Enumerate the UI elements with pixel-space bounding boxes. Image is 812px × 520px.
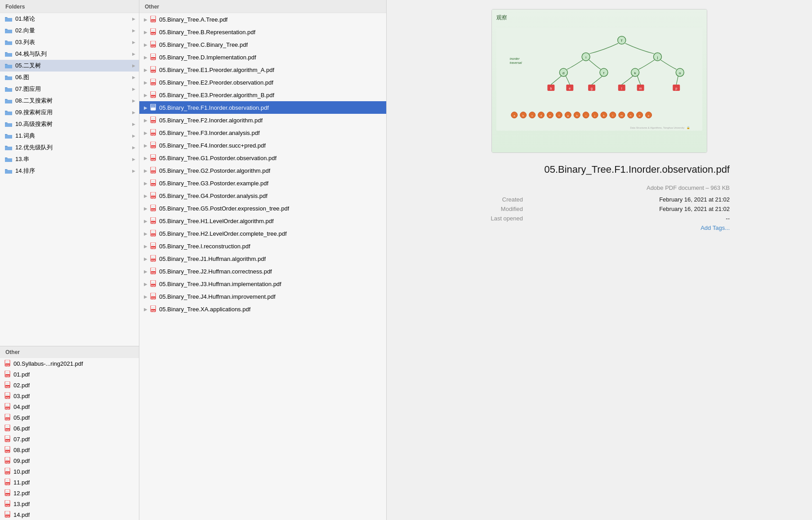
svg-text:i: i [585,55,586,59]
chevron-icon: ▶ [144,231,148,236]
middle-file-m12[interactable]: ▶ PDF 05.Binary_Tree.G1.Postorder.observ… [139,152,386,164]
middle-file-m23[interactable]: ▶ PDF 05.Binary_Tree.J4.Huffman.improvem… [139,290,386,303]
middle-file-m19[interactable]: ▶ PDF 05.Binary_Tree.I.reconstruction.pd… [139,240,386,252]
add-tags-link[interactable]: Add Tags... [700,224,730,231]
folder-item-f07[interactable]: 07.图应用 ▶ [0,83,139,95]
svg-text:PDF: PDF [152,33,156,35]
chevron-right-icon: ▶ [132,40,135,45]
other-file-o11[interactable]: PDF 11.pdf [0,477,139,488]
folder-item-f09[interactable]: 09.搜索树应用 ▶ [0,107,139,118]
middle-file-m10[interactable]: ▶ PDF 05.Binary_Tree.F3.Inorder.analysis… [139,126,386,139]
other-file-o10[interactable]: PDF 10.pdf [0,466,139,477]
svg-text:traversal: traversal [510,61,522,64]
middle-file-m01[interactable]: ▶ PDF 05.Binary_Tree.A.Tree.pdf [139,13,386,26]
middle-file-m20[interactable]: ▶ PDF 05.Binary_Tree.J1.Huffman.algorith… [139,252,386,265]
file-label: 12.pdf [13,490,30,497]
middle-file-m05[interactable]: ▶ PDF 05.Binary_Tree.E1.Preorder.algorit… [139,63,386,76]
other-file-o13[interactable]: PDF 13.pdf [0,498,139,509]
other-file-o02[interactable]: PDF 02.pdf [0,380,139,390]
svg-text:PDF: PDF [152,310,156,312]
chevron-right-icon: ▶ [132,157,135,161]
other-file-o05[interactable]: PDF 05.pdf [0,412,139,423]
folder-item-f11[interactable]: 11.词典 ▶ [0,130,139,142]
last-opened-value: -- [523,214,730,223]
middle-file-m04[interactable]: ▶ PDF 05.Binary_Tree.D.Implementation.pd… [139,51,386,63]
file-label: 05.Binary_Tree.C.Binary_Tree.pdf [159,41,248,48]
other-file-o12[interactable]: PDF 12.pdf [0,488,139,498]
chevron-right-icon: ▶ [132,75,135,80]
folder-item-f02[interactable]: 02.向量 ▶ [0,25,139,36]
folder-label: 13.串 [15,155,130,163]
svg-rect-3 [5,53,12,57]
other-file-o04[interactable]: PDF 04.pdf [0,401,139,412]
svg-text:PDF: PDF [6,472,10,475]
chevron-right-icon: ▶ [132,52,135,56]
svg-text:p: p [675,87,677,90]
pdf-icon: PDF [150,268,156,275]
chevron-right-icon: ▶ [132,110,135,115]
folder-item-f03[interactable]: 03.列表 ▶ [0,36,139,48]
other-file-o07[interactable]: PDF 07.pdf [0,434,139,444]
chevron-icon: ▶ [144,42,148,47]
file-label: 05.Binary_Tree.XA.applications.pdf [159,306,250,313]
chevron-icon: ▶ [144,156,148,161]
pdf-icon: PDF [150,230,156,237]
svg-text:j: j [657,55,658,59]
folder-icon [4,168,13,174]
folder-item-f01[interactable]: 01.绪论 ▶ [0,13,139,25]
middle-file-m16[interactable]: ▶ PDF 05.Binary_Tree.G5.PostOrder.expres… [139,202,386,215]
middle-file-m13[interactable]: ▶ PDF 05.Binary_Tree.G2.Postorder.algori… [139,164,386,177]
folder-item-f13[interactable]: 13.串 ▶ [0,153,139,165]
file-label: 14.pdf [13,511,30,518]
svg-rect-11 [5,147,12,150]
folder-item-f06[interactable]: 06.图 ▶ [0,72,139,83]
folder-item-f08[interactable]: 08.二叉搜索树 ▶ [0,95,139,107]
file-label: 05.Binary_Tree.F1.Inorder.observation.pd… [159,104,269,111]
middle-file-m11[interactable]: ▶ PDF 05.Binary_Tree.F4.Inorder.succ+pre… [139,139,386,152]
folder-item-f05[interactable]: 05.二叉树 ▶ [0,60,139,72]
folder-icon [4,86,13,92]
last-opened-row: Last opened -- [469,214,730,223]
svg-rect-6 [5,88,12,92]
svg-text:o: o [679,71,681,75]
middle-file-m18[interactable]: ▶ PDF 05.Binary_Tree.H2.LevelOrder.compl… [139,227,386,240]
folder-icon [4,133,13,139]
svg-text:PDF: PDF [6,418,10,421]
file-label: 05.Binary_Tree.I.reconstruction.pdf [159,243,250,250]
middle-file-m21[interactable]: ▶ PDF 05.Binary_Tree.J2.Huffman.correctn… [139,265,386,278]
pdf-icon: PDF [4,360,11,367]
middle-file-m06[interactable]: ▶ PDF 05.Binary_Tree.E2.Preorder.observa… [139,76,386,89]
pdf-icon: PDF [4,500,11,507]
other-file-o08[interactable]: PDF 08.pdf [0,444,139,455]
middle-file-m02[interactable]: ▶ PDF 05.Binary_Tree.B.Representation.pd… [139,26,386,38]
middle-file-m07[interactable]: ▶ PDF 05.Binary_Tree.E3.Preorder.algorit… [139,89,386,101]
other-file-o09[interactable]: PDF 09.pdf [0,455,139,466]
other-file-o14[interactable]: PDF 14.pdf [0,509,139,520]
middle-file-m15[interactable]: ▶ PDF 05.Binary_Tree.G4.Postorder.analys… [139,189,386,202]
file-label: 01.pdf [13,371,30,378]
middle-file-m09[interactable]: ▶ PDF 05.Binary_Tree.F2.Inorder.algorith… [139,114,386,126]
other-file-o01[interactable]: PDF 01.pdf [0,369,139,380]
other-file-o00[interactable]: PDF 00.Syllabus-...ring2021.pdf [0,358,139,369]
folder-icon [4,156,13,162]
middle-file-m14[interactable]: ▶ PDF 05.Binary_Tree.G3.Postorder.exampl… [139,177,386,189]
last-opened-label: Last opened [469,214,523,223]
folder-icon [4,27,13,34]
folder-item-f10[interactable]: 10.高级搜索树 ▶ [0,118,139,130]
other-file-o03[interactable]: PDF 03.pdf [0,390,139,401]
middle-file-m24[interactable]: ▶ PDF 05.Binary_Tree.XA.applications.pdf [139,303,386,315]
folder-item-f14[interactable]: 14.排序 ▶ [0,165,139,177]
other-file-o06[interactable]: PDF 06.pdf [0,423,139,434]
modified-label: Modified [469,204,523,214]
pdf-icon: PDF [4,489,11,497]
svg-text:PDF: PDF [152,121,156,123]
folder-item-f04[interactable]: 04.栈与队列 ▶ [0,48,139,60]
middle-file-m22[interactable]: ▶ PDF 05.Binary_Tree.J3.Huffman.implemen… [139,278,386,290]
middle-file-m03[interactable]: ▶ PDF 05.Binary_Tree.C.Binary_Tree.pdf [139,38,386,51]
middle-file-m08[interactable]: ▶ PDF 05.Binary_Tree.F1.Inorder.observat… [139,101,386,114]
svg-text:PDF: PDF [152,146,156,148]
middle-file-m17[interactable]: ▶ PDF 05.Binary_Tree.H1.LevelOrder.algor… [139,215,386,227]
folder-item-f12[interactable]: 12.优先级队列 ▶ [0,142,139,153]
pdf-icon: PDF [150,142,156,149]
folder-icon [4,63,13,69]
